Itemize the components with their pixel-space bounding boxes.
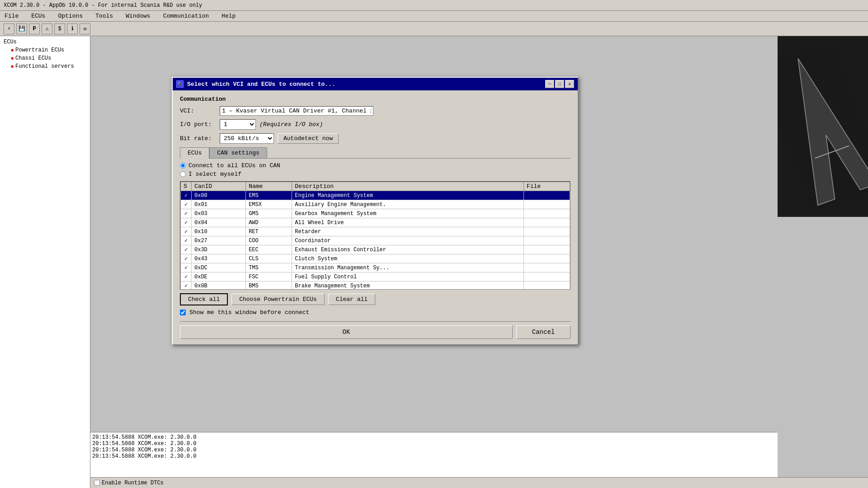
cell-check-4[interactable]: ✓ <box>181 227 192 236</box>
section-label-communication: Communication <box>180 96 571 103</box>
cell-file-0 <box>524 191 570 200</box>
cell-canid-6: 0x3D <box>192 245 246 254</box>
toolbar-btn-mail[interactable]: ✉ <box>80 23 90 34</box>
sidebar-root-label: ECUs <box>4 39 17 45</box>
bit-rate-select[interactable]: 250 kBit/s <box>220 133 274 144</box>
autodetect-button[interactable]: Autodetect now <box>278 133 339 144</box>
io-port-select[interactable]: 1 <box>220 119 256 130</box>
cell-check-0[interactable]: ✓ <box>181 191 192 200</box>
menu-communication[interactable]: Communication <box>160 12 212 20</box>
toolbar-btn-dollar[interactable]: $ <box>54 23 65 34</box>
cell-file-4 <box>524 227 570 236</box>
table-header-row: S CanID Name Description File <box>181 182 570 191</box>
col-header-description: Description <box>292 182 524 191</box>
table-row[interactable]: ✓ 0x04 AWD All Wheel Drive <box>181 218 570 227</box>
ok-button[interactable]: OK <box>180 325 513 339</box>
sidebar-root[interactable]: ECUs <box>2 38 88 46</box>
cell-canid-10: 0x0B <box>192 282 246 290</box>
menu-tools[interactable]: Tools <box>93 12 116 20</box>
table-row[interactable]: ✓ 0x00 EMS Engine Management System <box>181 191 570 200</box>
cell-file-1 <box>524 200 570 209</box>
cell-check-10[interactable]: ✓ <box>181 282 192 290</box>
cell-check-2[interactable]: ✓ <box>181 209 192 218</box>
col-header-file: File <box>524 182 570 191</box>
cell-file-2 <box>524 209 570 218</box>
radio-select-myself-input[interactable] <box>180 171 186 177</box>
title-bar: XCOM 2.30.0 - AppDb 10.0.0 - For interna… <box>0 0 868 11</box>
choose-powertrain-button[interactable]: Choose Powertrain ECUs <box>231 294 325 305</box>
cell-check-6[interactable]: ✓ <box>181 245 192 254</box>
cell-canid-3: 0x04 <box>192 218 246 227</box>
table-row[interactable]: ✓ 0xDC TMS Transmission Management Sy... <box>181 263 570 272</box>
table-row[interactable]: ✓ 0x0B BMS Brake Management System <box>181 282 570 290</box>
cell-description-0: Engine Management System <box>292 191 524 200</box>
toolbar-btn-info[interactable]: ℹ <box>67 23 78 34</box>
cell-file-3 <box>524 218 570 227</box>
cell-check-8[interactable]: ✓ <box>181 263 192 272</box>
checkmark-5: ✓ <box>184 238 188 244</box>
table-row[interactable]: ✓ 0x10 RET Retarder <box>181 227 570 236</box>
cell-canid-2: 0x03 <box>192 209 246 218</box>
sidebar: ECUs ■ Powertrain ECUs ■ Chassi ECUs ■ F… <box>0 36 90 488</box>
radio-all-ecus-input[interactable] <box>180 163 186 169</box>
dialog-title-text: 🔌 Select which VCI and ECUs to connect t… <box>176 80 335 88</box>
show-me-checkbox[interactable] <box>180 310 186 315</box>
cell-file-10 <box>524 282 570 290</box>
toolbar-btn-p[interactable]: P <box>29 23 40 34</box>
cancel-button[interactable]: Cancel <box>516 325 571 339</box>
cell-description-2: Gearbox Management System <box>292 209 524 218</box>
col-header-name: Name <box>246 182 292 191</box>
menu-options[interactable]: Options <box>55 12 85 20</box>
table-row[interactable]: ✓ 0x43 CLS Clutch System <box>181 254 570 263</box>
dialog-title-bar: 🔌 Select which VCI and ECUs to connect t… <box>173 78 578 90</box>
cell-check-1[interactable]: ✓ <box>181 200 192 209</box>
table-row[interactable]: ✓ 0x03 GMS Gearbox Management System <box>181 209 570 218</box>
dialog-minimize-btn[interactable]: ─ <box>545 80 554 88</box>
toolbar-btn-warning[interactable]: ⚠ <box>42 23 52 34</box>
cell-canid-4: 0x10 <box>192 227 246 236</box>
checkmark-10: ✓ <box>184 283 188 289</box>
enable-dtc-checkbox[interactable] <box>94 480 100 486</box>
menu-windows[interactable]: Windows <box>123 12 153 20</box>
ecu-table-container[interactable]: S CanID Name Description File ✓ 0x00 EMS <box>180 181 571 290</box>
cell-name-2: GMS <box>246 209 292 218</box>
menu-ecus[interactable]: ECUs <box>28 12 48 20</box>
table-row[interactable]: ✓ 0xDE FSC Fuel Supply Control <box>181 272 570 282</box>
radio-all-ecus: Connect to all ECUs on CAN <box>180 162 571 169</box>
toolbar-btn-save[interactable]: 💾 <box>16 23 27 34</box>
dialog-controls: ─ □ ✕ <box>545 80 574 88</box>
log-line-2: 20:13:54.5888 XCOM.exe: 2.30.0.0 <box>92 441 776 447</box>
sidebar-item-functional[interactable]: ■ Functional servers <box>9 62 88 70</box>
sidebar-item-chassi[interactable]: ■ Chassi ECUs <box>9 54 88 62</box>
cell-check-7[interactable]: ✓ <box>181 254 192 263</box>
vci-select[interactable]: 1 – Kvaser Virtual CAN Driver #1, Channe… <box>220 106 373 116</box>
sidebar-label-functional: Functional servers <box>15 63 74 70</box>
checkmark-3: ✓ <box>184 220 188 226</box>
dialog-body: Communication VCI: 1 – Kvaser Virtual CA… <box>173 90 578 344</box>
show-me-row: Show me this window before connect <box>180 309 571 316</box>
table-row[interactable]: ✓ 0x27 COO Coordinator <box>181 236 570 245</box>
menu-file[interactable]: File <box>2 12 21 20</box>
cell-check-5[interactable]: ✓ <box>181 236 192 245</box>
toolbar-btn-lightning[interactable]: ⚡ <box>4 23 14 34</box>
radio-group: Connect to all ECUs on CAN I select myse… <box>180 162 571 178</box>
clear-all-button[interactable]: Clear all <box>328 294 375 305</box>
action-button-row: Check all Choose Powertrain ECUs Clear a… <box>180 293 571 305</box>
checkmark-8: ✓ <box>184 265 188 271</box>
enable-dtc-label: Enable Runtime DTCs <box>102 480 164 486</box>
dialog-close-btn[interactable]: ✕ <box>565 80 574 88</box>
cell-name-9: FSC <box>246 272 292 282</box>
menu-help[interactable]: Help <box>219 12 238 20</box>
radio-select-myself: I select myself <box>180 171 571 178</box>
cell-canid-9: 0xDE <box>192 272 246 282</box>
table-row[interactable]: ✓ 0x01 EMSX Auxiliary Engine Management. <box>181 200 570 209</box>
tab-ecus[interactable]: ECUs <box>180 147 209 159</box>
cell-check-9[interactable]: ✓ <box>181 272 192 282</box>
sidebar-item-powertrain[interactable]: ■ Powertrain ECUs <box>9 46 88 54</box>
table-row[interactable]: ✓ 0x3D EEC Exhaust Emissions Controller <box>181 245 570 254</box>
tab-can-settings[interactable]: CAN settings <box>209 147 267 158</box>
tree-icon-functional: ■ <box>11 64 14 69</box>
dialog-maximize-btn[interactable]: □ <box>555 80 564 88</box>
cell-check-3[interactable]: ✓ <box>181 218 192 227</box>
check-all-button[interactable]: Check all <box>180 293 228 305</box>
